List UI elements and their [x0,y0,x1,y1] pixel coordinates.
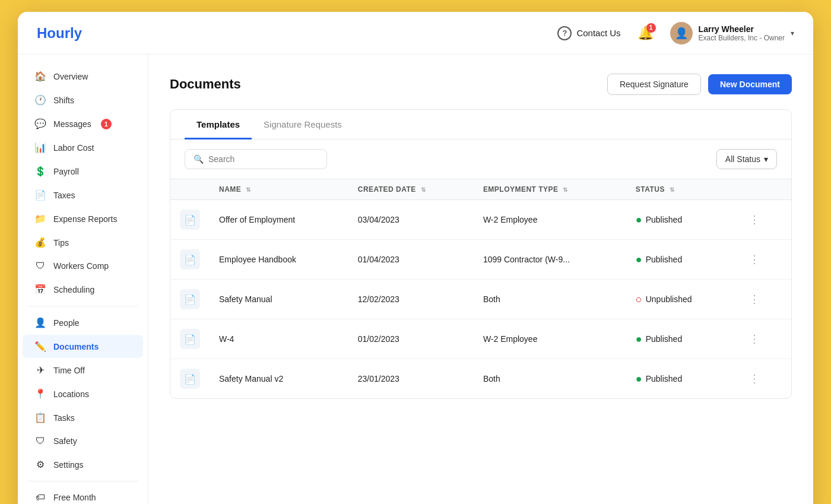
sidebar-item-label: Payroll [53,167,79,176]
sidebar-item-label: Overview [53,72,88,81]
home-icon: 🏠 [34,71,46,82]
page-header: Documents Request Signature New Document [170,74,792,95]
doc-file-icon: 📄 [180,329,200,349]
doc-icon-cell: 📄 [170,200,210,240]
more-options-button[interactable]: ⋮ [744,370,765,388]
sidebar-item-time-off[interactable]: ✈ Time Off [23,359,143,382]
status-label: Published [646,255,683,264]
sidebar-item-documents[interactable]: ✏️ Documents [23,335,143,358]
sidebar-item-label: Expense Reports [53,214,117,224]
user-text: Larry Wheeler Exact Builders, Inc - Owne… [699,24,785,42]
sidebar-item-label: Settings [53,460,84,470]
doc-created-date: 01/04/2023 [348,240,474,280]
status-label: Published [646,334,683,344]
status-published: ● Published [636,214,725,226]
status-filter-button[interactable]: All Status ▾ [716,149,777,169]
top-nav: Hourly ? Contact Us 🔔 1 👤 Larry Wheeler … [18,12,813,55]
user-info[interactable]: 👤 Larry Wheeler Exact Builders, Inc - Ow… [670,22,794,45]
new-document-button[interactable]: New Document [708,74,792,94]
col-icon [170,179,210,200]
doc-actions[interactable]: ⋮ [735,319,791,359]
chart-icon: 📊 [34,142,46,153]
user-name: Larry Wheeler [699,24,785,34]
sidebar-item-safety[interactable]: 🛡 Safety [23,430,143,452]
sort-icon-status: ⇅ [670,186,674,193]
table-row[interactable]: 📄Offer of Employment03/04/2023W-2 Employ… [170,200,791,240]
sidebar-item-people[interactable]: 👤 People [23,311,143,334]
request-signature-button[interactable]: Request Signature [607,74,701,95]
col-actions [735,179,791,200]
status-published: ● Published [636,253,725,266]
location-icon: 📍 [34,388,46,400]
doc-actions[interactable]: ⋮ [735,280,791,319]
settings-icon: ⚙ [34,459,46,470]
sidebar-item-label: Safety [53,436,77,446]
sidebar-item-messages[interactable]: 💬 Messages 1 [23,112,143,135]
more-options-button[interactable]: ⋮ [744,330,765,348]
documents-table: NAME ⇅ CREATED DATE ⇅ EMPLOYMENT TYPE ⇅ [170,179,791,398]
more-options-button[interactable]: ⋮ [744,290,765,308]
logo: Hourly [37,25,82,42]
doc-status: ● Published [626,319,735,359]
sidebar-item-locations[interactable]: 📍 Locations [23,382,143,405]
col-employment-type: EMPLOYMENT TYPE ⇅ [474,179,626,200]
doc-name: Safety Manual v2 [210,359,348,399]
doc-icon-cell: 📄 [170,359,210,399]
sidebar-item-labor-cost[interactable]: 📊 Labor Cost [23,136,143,159]
table-row[interactable]: 📄W-401/02/2023W-2 Employee ● Published ⋮ [170,319,791,359]
col-name: NAME ⇅ [210,179,348,200]
tabs-container: Templates Signature Requests 🔍 All Statu… [170,109,792,399]
sidebar-item-shifts[interactable]: 🕐 Shifts [23,88,143,112]
sidebar-item-label: Time Off [53,366,85,375]
app-container: Hourly ? Contact Us 🔔 1 👤 Larry Wheeler … [18,12,813,504]
unpublished-dot: ○ [636,293,642,306]
doc-status: ○ Unpublished [626,280,735,319]
clock-icon: 🕐 [34,94,46,106]
doc-file-icon: 📄 [180,210,200,230]
sidebar-item-settings[interactable]: ⚙ Settings [23,453,143,476]
sort-icon-date: ⇅ [421,186,426,193]
sidebar-item-expense-reports[interactable]: 📁 Expense Reports [23,207,143,230]
sidebar-item-scheduling[interactable]: 📅 Scheduling [23,278,143,301]
notification-button[interactable]: 🔔 1 [635,23,656,43]
status-label: Published [646,215,683,224]
sidebar-item-tips[interactable]: 💰 Tips [23,231,143,254]
sidebar-item-label: Documents [53,342,99,351]
col-status: STATUS ⇅ [626,179,735,200]
doc-employment-type: Both [474,280,626,319]
doc-created-date: 12/02/2023 [348,280,474,319]
more-options-button[interactable]: ⋮ [744,251,765,268]
table-row[interactable]: 📄Safety Manual12/02/2023Both ○ Unpublish… [170,280,791,319]
sidebar-item-label: Locations [53,389,89,399]
sidebar-item-free-month[interactable]: 🏷 Free Month [23,486,143,504]
messages-badge: 1 [101,119,112,129]
sidebar-item-label: Free Month [53,493,96,502]
safety-icon: 🛡 [34,436,46,446]
doc-file-icon: 📄 [180,369,200,389]
table-row[interactable]: 📄Employee Handbook01/04/20231099 Contrac… [170,240,791,280]
avatar: 👤 [670,22,693,45]
sidebar-item-taxes[interactable]: 📄 Taxes [23,183,143,207]
sidebar-item-workers-comp[interactable]: 🛡 Workers Comp [23,255,143,277]
sidebar-item-overview[interactable]: 🏠 Overview [23,65,143,88]
search-icon: 🔍 [194,154,204,164]
sidebar-item-label: Scheduling [53,285,94,294]
nav-right: ? Contact Us 🔔 1 👤 Larry Wheeler Exact B… [557,22,794,45]
doc-actions[interactable]: ⋮ [735,359,791,399]
doc-actions[interactable]: ⋮ [735,240,791,280]
sidebar-item-payroll[interactable]: 💲 Payroll [23,160,143,183]
table-row[interactable]: 📄Safety Manual v223/01/2023Both ● Publis… [170,359,791,399]
doc-status: ● Published [626,240,735,280]
more-options-button[interactable]: ⋮ [744,211,765,229]
sidebar-item-tasks[interactable]: 📋 Tasks [23,406,143,429]
contact-us-button[interactable]: ? Contact Us [557,26,620,40]
doc-employment-type: 1099 Contractor (W-9... [474,240,626,280]
doc-name: Safety Manual [210,280,348,319]
doc-actions[interactable]: ⋮ [735,200,791,240]
messages-icon: 💬 [34,118,46,129]
status-published: ● Published [636,373,725,385]
time-off-icon: ✈ [34,364,46,376]
search-input[interactable] [208,154,318,164]
tab-templates[interactable]: Templates [185,110,252,140]
tab-signature-requests[interactable]: Signature Requests [252,110,354,140]
